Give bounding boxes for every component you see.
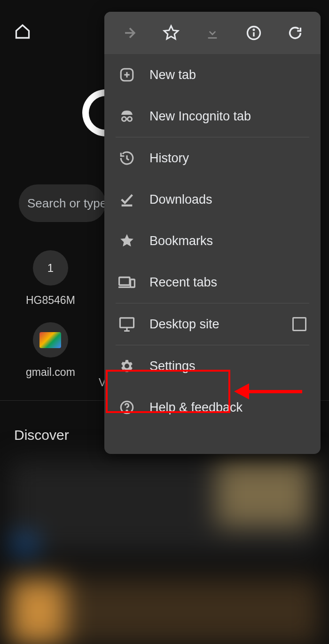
blurred-feed: [0, 459, 329, 644]
bookmark-star-button[interactable]: [162, 24, 180, 42]
gear-icon: [118, 358, 135, 374]
info-icon: [245, 24, 262, 41]
menu-item-downloads[interactable]: Downloads: [104, 179, 321, 220]
menu-item-label: Desktop site: [149, 317, 219, 332]
forward-button[interactable]: [120, 24, 139, 42]
menu-item-label: Help & feedback: [149, 400, 243, 415]
menu-item-bookmarks[interactable]: Bookmarks: [104, 220, 321, 262]
menu-item-label: Bookmarks: [149, 234, 213, 248]
menu-item-desktop-site[interactable]: Desktop site: [104, 303, 321, 345]
home-icon: [14, 23, 31, 40]
arrow-forward-icon: [122, 25, 138, 41]
menu-item-recent-tabs[interactable]: Recent tabs: [104, 262, 321, 303]
menu-item-label: Recent tabs: [149, 275, 217, 290]
star-filled-icon: [118, 232, 135, 249]
devices-icon: [118, 274, 135, 291]
svg-rect-7: [131, 279, 135, 287]
menu-item-label: History: [149, 151, 189, 166]
reload-button[interactable]: [286, 24, 305, 42]
info-button[interactable]: [244, 24, 263, 42]
gmail-icon: [39, 332, 61, 348]
menu-item-label: New Incognito tab: [149, 109, 251, 124]
menu-item-label: New tab: [149, 68, 196, 82]
star-outline-icon: [163, 24, 180, 41]
home-button[interactable]: [13, 22, 32, 41]
plus-square-icon: [118, 66, 135, 83]
menu-toolbar: [104, 12, 321, 54]
incognito-icon: [118, 108, 135, 125]
download-button[interactable]: [203, 24, 222, 42]
shortcut-gmail[interactable]: gmail.com: [26, 322, 75, 379]
shortcut-label: HG8546M: [26, 294, 75, 307]
history-icon: [118, 150, 135, 167]
menu-item-history[interactable]: History: [104, 137, 321, 179]
menu-item-settings[interactable]: Settings: [104, 345, 321, 387]
svg-point-10: [126, 410, 127, 411]
menu-item-new-tab[interactable]: New tab: [104, 54, 321, 95]
shortcut-gmail-circle: [33, 322, 68, 358]
browser-menu: New tab New Incognito tab History Downlo…: [104, 12, 321, 454]
search-input[interactable]: Search or type URL: [19, 184, 106, 222]
menu-item-help[interactable]: Help & feedback: [104, 387, 321, 428]
svg-rect-8: [120, 318, 133, 327]
svg-point-4: [122, 117, 126, 121]
help-icon: [118, 399, 135, 416]
downloads-check-icon: [118, 191, 135, 208]
menu-item-incognito[interactable]: New Incognito tab: [104, 95, 321, 137]
desktop-site-checkbox[interactable]: [292, 317, 306, 331]
search-placeholder: Search or type URL: [27, 196, 106, 211]
svg-rect-6: [119, 278, 130, 286]
discover-heading: Discover: [14, 427, 69, 443]
svg-point-2: [253, 29, 254, 30]
svg-point-5: [128, 117, 132, 121]
shortcut-hg8546m[interactable]: 1 HG8546M: [26, 250, 75, 307]
reload-icon: [287, 25, 303, 41]
menu-item-label: Downloads: [149, 192, 212, 207]
shortcut-badge: 1: [33, 250, 68, 286]
monitor-icon: [118, 316, 135, 333]
shortcut-label: gmail.com: [26, 366, 75, 379]
download-icon: [205, 25, 220, 40]
menu-item-label: Settings: [149, 359, 196, 374]
